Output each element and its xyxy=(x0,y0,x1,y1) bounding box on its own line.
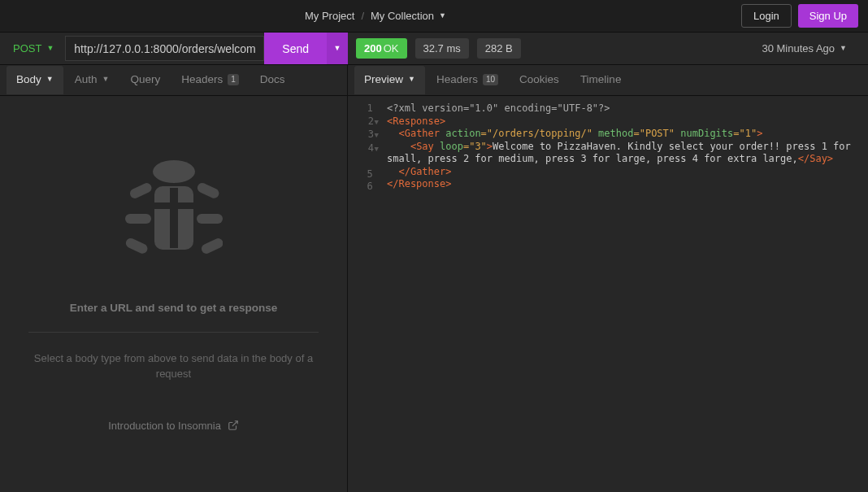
code-token: loop xyxy=(434,141,463,152)
response-time[interactable]: 32.7 ms xyxy=(415,38,469,59)
history-label: 30 Minutes Ago xyxy=(762,42,835,54)
empty-state: Enter a URL and send to get a response S… xyxy=(0,96,347,492)
svg-line-10 xyxy=(232,421,237,426)
svg-point-0 xyxy=(153,160,195,183)
tab-label: Auth xyxy=(75,73,98,85)
topbar-actions: Login Sign Up xyxy=(741,4,858,28)
tab-auth[interactable]: Auth ▼ xyxy=(65,66,119,94)
method-label: POST xyxy=(13,42,41,54)
intro-link-label: Introduction to Insomnia xyxy=(108,420,221,432)
tab-body[interactable]: Body ▼ xyxy=(7,66,63,94)
code-token: <Gather xyxy=(398,128,440,139)
code-token: numDigits xyxy=(675,128,733,139)
code-token: > xyxy=(487,141,493,152)
send-options-button[interactable]: ▼ xyxy=(327,33,348,64)
breadcrumb-collection[interactable]: My Collection ▼ xyxy=(371,10,446,22)
request-pane: Body ▼ Auth ▼ Query Headers 1 Docs xyxy=(0,65,348,492)
svg-rect-7 xyxy=(197,214,223,224)
divider xyxy=(28,332,319,333)
chevron-down-icon: ▼ xyxy=(102,75,109,83)
chevron-down-icon: ▼ xyxy=(334,44,341,52)
response-tabs: Preview ▼ Headers 10 Cookies Timeline xyxy=(348,65,868,96)
tab-response-headers[interactable]: Headers 10 xyxy=(427,66,508,94)
tab-label: Preview xyxy=(364,73,403,85)
tab-cookies[interactable]: Cookies xyxy=(510,66,569,94)
code-token: ="1" xyxy=(733,128,757,139)
code-line: </Response> xyxy=(387,178,451,189)
svg-rect-9 xyxy=(200,237,223,255)
tab-label: Headers xyxy=(181,73,223,85)
code-token: method xyxy=(592,128,634,139)
request-bar: POST ▼ Send ▼ 200OK 32.7 ms 282 B 30 Min… xyxy=(0,33,868,65)
breadcrumb-separator: / xyxy=(361,10,364,22)
response-meta: 200OK 32.7 ms 282 B 30 Minutes Ago ▼ xyxy=(348,33,868,64)
intro-link[interactable]: Introduction to Insomnia xyxy=(108,420,239,432)
code-line: </Gather> xyxy=(398,166,451,177)
send-button[interactable]: Send xyxy=(264,33,327,64)
code-token: ="3" xyxy=(463,141,487,152)
headers-count-badge: 10 xyxy=(483,74,498,85)
status-code: 200 xyxy=(364,42,382,54)
tab-preview[interactable]: Preview ▼ xyxy=(354,66,425,94)
bug-icon xyxy=(125,157,223,263)
code-token: ="/orders/topping/" xyxy=(481,128,592,139)
svg-rect-2 xyxy=(170,188,178,248)
breadcrumb-collection-label: My Collection xyxy=(371,10,434,22)
code-content[interactable]: <?xml version="1.0" encoding="UTF-8"?> <… xyxy=(384,96,868,492)
method-select[interactable]: POST ▼ xyxy=(0,33,65,64)
chevron-down-icon: ▼ xyxy=(46,44,54,52)
headers-count-badge: 1 xyxy=(228,74,239,85)
code-token: <Say xyxy=(410,141,434,152)
code-token: > xyxy=(757,128,762,139)
code-token: action xyxy=(440,128,481,139)
response-body[interactable]: 1 2▼ 3▼ 4▼ 5 6 <?xml version="1.0" encod… xyxy=(348,96,868,492)
svg-rect-5 xyxy=(195,181,219,200)
line-gutter: 1 2▼ 3▼ 4▼ 5 6 xyxy=(348,96,384,492)
svg-rect-6 xyxy=(125,214,151,224)
empty-subtitle: Select a body type from above to send da… xyxy=(28,350,319,382)
status-badge[interactable]: 200OK xyxy=(356,38,407,59)
status-text: OK xyxy=(384,42,399,54)
external-link-icon xyxy=(228,420,239,431)
svg-rect-3 xyxy=(154,202,193,209)
breadcrumb-project[interactable]: My Project xyxy=(305,10,354,22)
request-tabs: Body ▼ Auth ▼ Query Headers 1 Docs xyxy=(0,65,347,96)
url-input[interactable] xyxy=(65,36,264,61)
code-line: <?xml version="1.0" encoding="UTF-8"?> xyxy=(387,102,610,114)
tab-request-headers[interactable]: Headers 1 xyxy=(171,66,249,94)
history-dropdown[interactable]: 30 Minutes Ago ▼ xyxy=(762,42,860,54)
signup-button[interactable]: Sign Up xyxy=(798,4,858,28)
svg-rect-8 xyxy=(125,237,149,255)
response-size[interactable]: 282 B xyxy=(477,38,521,59)
tab-label: Headers xyxy=(436,73,478,85)
tab-timeline[interactable]: Timeline xyxy=(571,66,631,94)
breadcrumb: My Project / My Collection ▼ xyxy=(10,10,741,22)
tab-label: Body xyxy=(16,73,41,85)
chevron-down-icon: ▼ xyxy=(408,75,415,83)
login-button[interactable]: Login xyxy=(741,4,792,28)
code-line: <Response> xyxy=(387,115,445,127)
tab-docs[interactable]: Docs xyxy=(250,66,295,94)
topbar: My Project / My Collection ▼ Login Sign … xyxy=(0,0,868,33)
code-token: </Say> xyxy=(798,153,833,164)
chevron-down-icon: ▼ xyxy=(439,11,446,20)
empty-title: Enter a URL and send to get a response xyxy=(70,302,278,314)
main-split: Body ▼ Auth ▼ Query Headers 1 Docs xyxy=(0,65,868,492)
chevron-down-icon: ▼ xyxy=(46,75,54,83)
response-pane: Preview ▼ Headers 10 Cookies Timeline 1 … xyxy=(348,65,868,492)
tab-query[interactable]: Query xyxy=(120,66,170,94)
svg-rect-4 xyxy=(128,181,153,200)
code-token: ="POST" xyxy=(633,128,675,139)
chevron-down-icon: ▼ xyxy=(840,44,847,52)
